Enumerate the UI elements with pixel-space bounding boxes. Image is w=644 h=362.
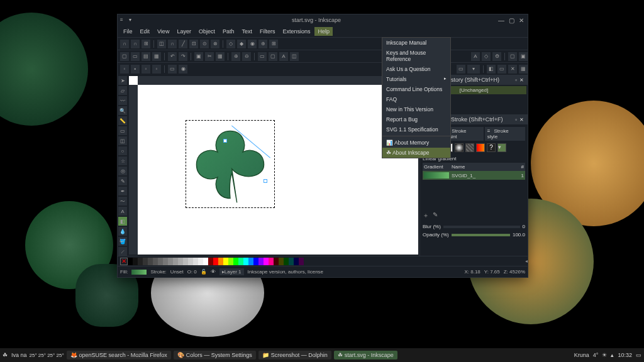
- palette-color[interactable]: [258, 258, 264, 265]
- menu-object[interactable]: Object: [196, 27, 218, 36]
- palette-color[interactable]: [158, 258, 163, 265]
- stroke-value[interactable]: Unset: [170, 269, 184, 275]
- swatch-btn[interactable]: ▾: [497, 143, 506, 152]
- node-btn[interactable]: ▫: [142, 65, 150, 74]
- palette-color[interactable]: [148, 258, 153, 265]
- star-tool[interactable]: ☆: [118, 156, 127, 165]
- layer-lock-icon[interactable]: 🔓: [201, 269, 207, 275]
- layer-visible-icon[interactable]: 👁: [211, 269, 216, 275]
- palette-color[interactable]: [183, 258, 188, 265]
- tool-btn[interactable]: ▭: [258, 52, 267, 61]
- minimize-icon[interactable]: —: [497, 17, 505, 24]
- weather-widget[interactable]: 25° 25° 25° 25°: [30, 353, 64, 358]
- zoom-tool[interactable]: 🔍: [118, 106, 127, 115]
- node-btn[interactable]: ▫: [152, 65, 161, 74]
- snap-btn[interactable]: ∩: [120, 40, 129, 48]
- opacity-slider[interactable]: [452, 234, 510, 236]
- maximize-icon[interactable]: ▢: [508, 17, 515, 24]
- help-memory[interactable]: 📊 About Memory: [382, 138, 450, 148]
- help-cli[interactable]: Command Line Options: [382, 84, 450, 94]
- menu-help[interactable]: Help: [314, 27, 333, 36]
- help-svg-spec[interactable]: SVG 1.1 Specification: [382, 124, 450, 134]
- palette-color[interactable]: [138, 258, 143, 265]
- palette-color[interactable]: [128, 258, 133, 265]
- close-panel-icon[interactable]: ✕: [519, 117, 524, 123]
- palette-color[interactable]: [253, 258, 258, 265]
- help-keys[interactable]: Keys and Mouse Reference: [382, 48, 450, 64]
- swatch-btn[interactable]: [476, 143, 485, 152]
- layer-selector[interactable]: ▸Layer 1: [219, 268, 244, 275]
- measure-tool[interactable]: 📏: [118, 116, 127, 125]
- tool-btn[interactable]: ▢: [269, 52, 277, 61]
- menu-filters[interactable]: Filters: [257, 27, 279, 36]
- snap-btn[interactable]: ◇: [226, 40, 235, 48]
- palette-menu-icon[interactable]: ◂: [525, 258, 528, 264]
- grad-btn[interactable]: ▦: [519, 65, 528, 74]
- tray-temp[interactable]: 4°: [593, 352, 599, 358]
- menu-icon[interactable]: ≡: [120, 17, 126, 23]
- zoom-btn[interactable]: ⊖: [242, 52, 251, 61]
- ruler-vertical[interactable]: [129, 85, 138, 255]
- palette-color[interactable]: [178, 258, 183, 265]
- snap-btn[interactable]: ⊙: [200, 40, 209, 48]
- node-btn[interactable]: ▪: [131, 65, 140, 74]
- connector-tool[interactable]: ⟋: [118, 247, 127, 256]
- snap-btn[interactable]: ⊡: [189, 40, 198, 48]
- clock[interactable]: 10:32: [618, 352, 632, 358]
- palette-color[interactable]: [213, 258, 218, 265]
- pencil-tool[interactable]: ✎: [118, 177, 127, 185]
- taskbar-item-inkscape[interactable]: ☘start.svg - Inkscape: [334, 351, 397, 359]
- palette-color[interactable]: [264, 258, 269, 265]
- grad-radial-btn[interactable]: ◉: [179, 65, 187, 74]
- palette-color[interactable]: [173, 258, 178, 265]
- paste-btn[interactable]: ▦: [216, 52, 225, 61]
- radial-grad-btn[interactable]: [455, 143, 464, 152]
- snap-btn[interactable]: ⊞: [142, 40, 150, 48]
- detach-icon[interactable]: ▫: [515, 77, 517, 83]
- palette-color[interactable]: [168, 258, 173, 265]
- gradient-handle-start[interactable]: [223, 139, 227, 143]
- palette-color[interactable]: [274, 258, 279, 265]
- snap-btn[interactable]: ∩: [168, 40, 177, 48]
- snap-btn[interactable]: ⊕: [258, 40, 267, 48]
- help-faq[interactable]: FAQ: [382, 94, 450, 104]
- grad-btn[interactable]: ▭: [497, 65, 506, 74]
- print-btn[interactable]: ▦: [152, 52, 161, 61]
- text-tool[interactable]: A: [118, 207, 127, 216]
- help-tutorials[interactable]: Tutorials▸: [382, 74, 450, 84]
- menu-file[interactable]: File: [120, 27, 136, 36]
- snap-btn[interactable]: ◫: [157, 40, 166, 48]
- taskbar-item-settings[interactable]: 🎨Colors — System Settings: [174, 351, 256, 359]
- ellipse-tool[interactable]: ○: [118, 146, 127, 155]
- cut-btn[interactable]: ✂: [205, 52, 214, 61]
- palette-color[interactable]: [238, 258, 243, 265]
- grad-table-row[interactable]: SVGID_1_ 1: [423, 171, 525, 180]
- menu-edit[interactable]: Edit: [137, 27, 153, 36]
- tab-stroke-style[interactable]: ≡ Stroke style: [485, 127, 525, 141]
- grad-btn[interactable]: ✕: [508, 65, 517, 74]
- palette-color[interactable]: [143, 258, 148, 265]
- gradient-handle-end[interactable]: [264, 179, 267, 183]
- doc-btn[interactable]: ▢: [508, 52, 517, 61]
- tool-btn[interactable]: A: [279, 52, 288, 61]
- palette-color[interactable]: [193, 258, 198, 265]
- palette-color[interactable]: [153, 258, 158, 265]
- palette-none[interactable]: ✕: [120, 258, 128, 265]
- ruler-horizontal[interactable]: [138, 76, 418, 85]
- pattern-btn[interactable]: [465, 143, 474, 152]
- show-desktop-icon[interactable]: ▭: [636, 352, 641, 358]
- start-menu-icon[interactable]: ☘: [3, 352, 9, 358]
- palette-color[interactable]: [294, 258, 299, 265]
- shamrock-shape[interactable]: [188, 123, 272, 207]
- 3dbox-tool[interactable]: ◫: [118, 136, 127, 145]
- fill-indicator[interactable]: [131, 270, 147, 275]
- zoom-label[interactable]: Z: 4526%: [504, 269, 525, 275]
- menu-extensions[interactable]: Extensions: [279, 27, 313, 36]
- titlebar[interactable]: ≡ ▾ start.svg - Inkscape — ▢ ✕: [118, 14, 528, 26]
- rect-tool[interactable]: ▭: [118, 126, 127, 135]
- pin-icon[interactable]: ▾: [129, 17, 135, 23]
- xml-btn[interactable]: ◇: [482, 52, 491, 61]
- doc-btn[interactable]: ▣: [519, 52, 528, 61]
- snap-btn[interactable]: ⊗: [211, 40, 219, 48]
- snap-btn[interactable]: ╱: [179, 40, 187, 48]
